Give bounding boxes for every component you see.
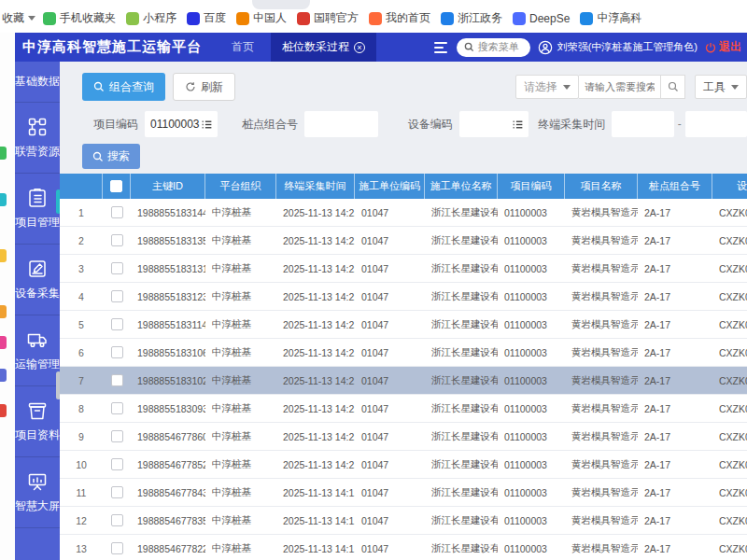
table-row[interactable]: 1 1988855183144... 中淳桩基 2025-11-13 14:2.… [60, 199, 747, 227]
row-checkbox[interactable] [111, 346, 123, 358]
bookmark-item[interactable]: DeepSe [513, 12, 570, 25]
cutoff-icon [0, 336, 7, 349]
table-row[interactable]: 2 1988855183135... 中淳桩基 2025-11-13 14:2.… [60, 227, 747, 255]
tab-home[interactable]: 首页 [215, 33, 271, 62]
cell-unit-name: 浙江长星建设有... [425, 311, 498, 338]
bookmark-item[interactable]: 中淳高科 [580, 10, 641, 26]
cell-time: 2025-11-13 14:1... [276, 535, 355, 560]
cell-id: 1988855183123... [131, 283, 205, 310]
collect-time-end-field [685, 111, 747, 137]
bookmark-item[interactable]: 浙江政务 [441, 10, 502, 26]
cell-project-code: 01100003 [498, 199, 565, 226]
row-checkbox[interactable] [111, 542, 123, 554]
cell-device-code: CXZK0 [712, 451, 747, 478]
column-header-id[interactable]: 主键ID [131, 174, 205, 199]
row-checkbox[interactable] [111, 486, 123, 498]
refresh-button[interactable]: 刷新 [173, 73, 235, 101]
bookmark-item[interactable]: 小程序 [126, 10, 176, 26]
row-checkbox[interactable] [111, 374, 123, 386]
column-header-org[interactable]: 平台组织 [205, 174, 276, 199]
bookmark-item[interactable]: 百度 [187, 10, 226, 26]
row-checkbox[interactable] [111, 318, 123, 330]
cell-project-name: 黄岩模具智造示... [565, 507, 638, 534]
table-row[interactable]: 4 1988855183123... 中淳桩基 2025-11-13 14:2.… [60, 283, 747, 311]
row-checkbox[interactable] [111, 458, 123, 470]
cell-unit-name: 浙江长星建设有... [425, 479, 498, 506]
table-row[interactable]: 7 1988855183102... 中淳桩基 2025-11-13 14:2.… [60, 367, 747, 395]
field-select[interactable]: 请选择 [515, 75, 579, 99]
row-checkbox[interactable] [111, 430, 123, 442]
favorites-menu[interactable]: 收藏 [2, 10, 35, 26]
tab-pile-data-collection[interactable]: 桩位数采过程 × [271, 33, 376, 62]
row-index: 11 [60, 479, 103, 506]
row-checkbox[interactable] [111, 206, 123, 218]
cell-unit-name: 浙江长星建设有... [425, 451, 498, 478]
cutoff-icon [0, 305, 7, 318]
sidebar-item-basic-data[interactable]: 基础数据 [15, 62, 60, 103]
table-search-button[interactable] [661, 75, 685, 99]
row-checkbox[interactable] [111, 290, 123, 302]
row-checkbox[interactable] [111, 234, 123, 246]
cell-org: 中淳桩基 [205, 283, 276, 310]
menu-search-input[interactable]: 搜索菜单 [457, 38, 530, 57]
table-row[interactable]: 10 1988854677852... 中淳桩基 2025-11-13 14:2… [60, 451, 747, 479]
list-picker-icon[interactable] [201, 119, 213, 131]
bookmark-icon [43, 12, 56, 25]
column-header-time[interactable]: 终端采集时间 [276, 174, 355, 199]
column-header-project-code[interactable]: 项目编码 [498, 174, 565, 199]
column-header-device-code[interactable]: 设备编码 [712, 174, 747, 199]
cell-time: 2025-11-13 14:2... [276, 451, 355, 478]
table-row[interactable]: 11 1988854677843... 中淳桩基 2025-11-13 14:1… [60, 479, 747, 507]
cell-id: 1988854677822... [131, 535, 205, 560]
close-tab-icon[interactable]: × [354, 42, 365, 53]
collect-time-start-input[interactable] [612, 112, 673, 136]
cell-pile-group: 2A-17 [638, 395, 712, 422]
column-header-unit-code[interactable]: 施工单位编码 [355, 174, 425, 199]
list-picker-icon[interactable] [512, 119, 524, 131]
bookmark-label: 百度 [204, 10, 226, 26]
tools-button[interactable]: 工具 [695, 75, 747, 99]
search-button[interactable]: 搜索 [82, 144, 140, 169]
row-checkbox[interactable] [111, 262, 123, 274]
table-row[interactable]: 8 1988855183093... 中淳桩基 2025-11-13 14:2.… [60, 395, 747, 423]
row-checkbox[interactable] [111, 514, 123, 526]
bookmark-item[interactable]: 我的首页 [369, 10, 430, 26]
logout-button[interactable]: 退出 [705, 39, 741, 55]
table-row[interactable]: 9 1988854677860... 中淳桩基 2025-11-13 14:2.… [60, 423, 747, 451]
search-icon [92, 151, 104, 162]
table-header-row: 主键ID 平台组织 终端采集时间 施工单位编码 施工单位名称 项目编码 项目名称… [60, 174, 747, 199]
table-row[interactable]: 13 1988854677822... 中淳桩基 2025-11-13 14:1… [60, 535, 747, 560]
combo-query-button[interactable]: 组合查询 [82, 73, 165, 101]
column-header-project-name[interactable]: 项目名称 [565, 174, 638, 199]
table-row[interactable]: 6 1988855183106... 中淳桩基 2025-11-13 14:2.… [60, 339, 747, 367]
column-header-unit-name[interactable]: 施工单位名称 [425, 174, 498, 199]
table-search-input[interactable] [579, 75, 661, 99]
select-all-checkbox[interactable] [110, 180, 122, 192]
row-checkbox[interactable] [111, 402, 123, 414]
project-code-field [145, 111, 218, 137]
sidebar-item-device-collection[interactable]: 设备采集 [15, 245, 60, 315]
sidebar-item-joint-resources[interactable]: 联营资源 [15, 103, 60, 174]
cell-unit-name: 浙江长星建设有... [425, 199, 498, 226]
column-header-pile-group[interactable]: 桩点组合号 [638, 174, 712, 199]
bookmark-item[interactable]: 中国人 [236, 10, 287, 26]
table-row[interactable]: 12 1988854677835... 中淳桩基 2025-11-13 14:1… [60, 507, 747, 535]
cell-unit-code: 01047 [355, 199, 425, 226]
table-row[interactable]: 3 1988855183131... 中淳桩基 2025-11-13 14:2.… [60, 255, 747, 283]
table-row[interactable]: 5 1988855183114... 中淳桩基 2025-11-13 14:2.… [60, 311, 747, 339]
row-index: 12 [60, 507, 103, 534]
menu-icon[interactable] [434, 42, 447, 53]
collect-time-end-input[interactable] [685, 112, 747, 136]
row-index: 1 [60, 199, 103, 226]
sidebar-item-project-files[interactable]: 项目资料 [15, 386, 60, 457]
sidebar-item-transport-management[interactable]: 运输管理 [15, 315, 60, 386]
sidebar-item-project-management[interactable]: 项目管理 [15, 174, 60, 245]
row-index: 5 [60, 311, 103, 338]
cell-id: 1988855183106... [131, 339, 205, 366]
pile-group-input[interactable] [304, 112, 378, 136]
search-icon [464, 42, 474, 52]
bookmark-item[interactable]: 国聘官方 [297, 10, 359, 26]
sidebar-item-smart-screen[interactable]: 智慧大屏 [15, 457, 60, 528]
bookmark-item[interactable]: 手机收藏夹 [43, 10, 116, 26]
user-box[interactable]: 刘荣强(中淳桩基施工管理角色) [538, 40, 698, 55]
